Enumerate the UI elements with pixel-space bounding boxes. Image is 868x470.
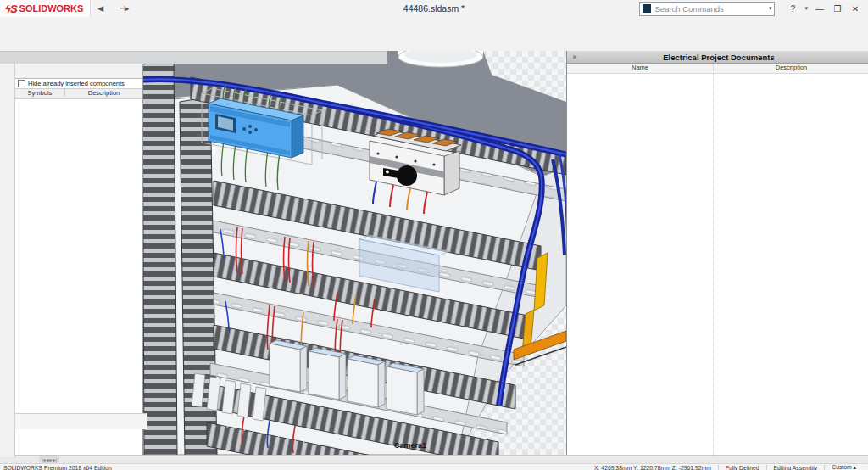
solidworks-logo-icon: ϟS <box>5 3 17 15</box>
vertical-wire-duct[interactable] <box>142 59 177 455</box>
close-button[interactable]: ✕ <box>849 4 861 14</box>
help-dropdown-icon[interactable]: ▾ <box>804 5 808 12</box>
symbols-column-header[interactable]: Symbols <box>15 89 64 97</box>
restore-button[interactable]: ❐ <box>832 4 843 14</box>
help-button[interactable]: ? <box>787 4 798 14</box>
search-scope-icon <box>643 4 651 13</box>
documents-tree-header: Name Description <box>567 64 868 74</box>
status-bar: SOLIDWORKS Premium 2018 x64 Edition X: 4… <box>0 463 868 470</box>
hide-inserted-label: Hide already inserted components <box>28 80 125 87</box>
search-dropdown-icon[interactable]: ▾ <box>769 5 772 12</box>
last-tab-icon[interactable]: ▸| <box>53 457 58 462</box>
right-panel-title: Electrical Project Documents <box>582 53 855 62</box>
expand-panel-button[interactable]: » <box>567 53 582 61</box>
graphics-viewport[interactable]: Camera1 <box>142 51 566 455</box>
documents-tree <box>567 74 868 456</box>
components-tree-header: Symbols Description <box>15 88 142 99</box>
search-commands-box[interactable]: Search Commands ▾ <box>639 2 775 16</box>
name-column-header[interactable]: Name <box>567 64 713 71</box>
next-tab-icon[interactable]: ▸ <box>50 457 53 462</box>
coordinates-readout: X: 4269.38mm Y: 1220.78mm Z: -2961.92mm <box>594 465 711 470</box>
hide-inserted-checkbox[interactable] <box>18 80 25 87</box>
first-tab-icon[interactable]: |◂ <box>42 457 46 462</box>
right-panel-header: » Electrical Project Documents <box>567 51 868 64</box>
panel-tab-bar-top <box>15 63 142 79</box>
definition-state: Fully Defined <box>726 465 760 470</box>
pin-menu-icon[interactable]: ⊣▸ <box>119 4 129 13</box>
solidworks-logo-text: SOLIDWORKS <box>19 3 84 14</box>
panel-tab-bar-bottom <box>15 413 147 429</box>
camera-label: Camera1 <box>392 441 426 450</box>
left-tool-strip <box>0 63 15 457</box>
prev-tab-icon[interactable]: ◂ <box>47 457 49 462</box>
description-column-header[interactable]: Description <box>713 64 868 71</box>
edition-label: SOLIDWORKS Premium 2018 x64 Edition <box>0 465 112 470</box>
menu-flyout-arrow-icon[interactable]: ◀ <box>97 4 103 13</box>
title-bar: ϟS SOLIDWORKS ◀ ⊣▸ 44486.sldasm * Search… <box>0 0 868 18</box>
ribbon-toolbar <box>0 17 868 51</box>
electrical-components-panel: Hide already inserted components Symbols… <box>0 63 143 455</box>
configuration-selector[interactable]: Custom ▴ <box>832 464 856 470</box>
command-manager-tabs <box>0 51 387 64</box>
search-input[interactable]: Search Commands <box>654 4 761 14</box>
minimize-button[interactable]: — <box>814 4 826 14</box>
viewport-3d-scene[interactable] <box>142 51 566 455</box>
solidworks-logo: ϟS SOLIDWORKS <box>0 0 91 17</box>
description-column-header[interactable]: Description <box>64 89 142 97</box>
electrical-project-documents-panel: » Electrical Project Documents Name Desc… <box>566 51 868 455</box>
editing-mode: Editing Assembly <box>774 465 818 470</box>
